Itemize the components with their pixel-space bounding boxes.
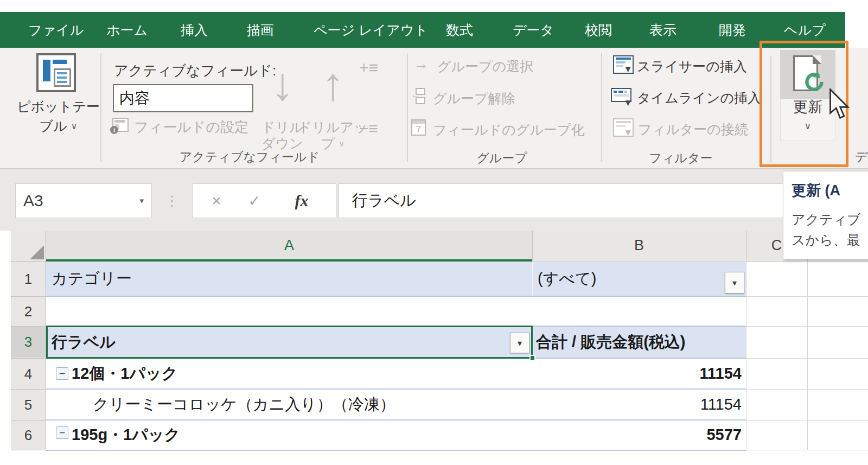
pivottable-label-line2: ブル ∨ [19,117,98,135]
name-box[interactable]: A3 ▾ [15,183,152,218]
column-header-b[interactable]: B [532,231,746,260]
tab-formulas[interactable]: 数式 [446,12,473,48]
cell-a5[interactable]: クリーミーコロッケ（カニ入り）（冷凍） [93,390,395,419]
field-settings-icon: i [112,118,129,132]
drill-down-arrow-icon: ↓ [259,52,305,114]
insert-function-icon[interactable]: fx [285,184,318,218]
tab-draw-label: 描画 [247,21,274,39]
insert-slicer-label: スライサーの挿入 [637,58,747,75]
tab-page-layout[interactable]: ページ レイアウト [314,12,428,48]
cell-b5[interactable]: 11154 [532,390,742,419]
field-settings-button: i フィールドの設定 [111,116,241,136]
group-field-calendar-icon: 7 [411,119,426,136]
group-selection-button: → グループの選択 [413,56,592,75]
tab-file-label: ファイル [28,21,84,39]
active-cell-selection [46,326,533,359]
insert-slicer-button[interactable]: ▼ スライサーの挿入 [613,55,760,76]
cell-a1[interactable]: カテゴリー [52,262,132,296]
tooltip-title: 更新 (A [792,181,840,200]
cell-a6[interactable]: 195g・1パック [72,421,180,449]
row-header-1[interactable]: 1 [11,262,46,296]
excel-window: ファイル ホーム 挿入 描画 ページ レイアウト 数式 データ 校閲 表示 開発… [0,0,868,465]
row-header-5[interactable]: 5 [11,390,46,420]
active-field-group-label: アクティブなフィールド [114,149,385,165]
tooltip-body-line2: スから、最 [792,231,860,249]
tab-developer[interactable]: 開発 [719,12,746,48]
tab-page-layout-label: ページ レイアウト [314,21,428,39]
column-header-a-label: A [46,231,532,260]
cell-b1[interactable]: (すべて) [538,262,596,296]
ungroup-label: グループ解除 [433,90,515,107]
cell-b4[interactable]: 11154 [532,359,742,388]
tab-draw[interactable]: 描画 [247,12,274,48]
formula-value: 行ラベル [352,184,416,218]
drill-down-button: ↓ ドリル ダウン [259,52,305,155]
active-field-input[interactable]: 内容 [113,84,253,112]
active-field-caption: アクティブなフィールド: [114,61,276,80]
active-field-value: 内容 [119,85,150,111]
cell-b1-filter-dropdown[interactable]: ▾ [725,272,744,294]
group-group-label: グループ [412,150,591,167]
pivottable-button[interactable]: ピボットテー ブル ∨ [30,51,87,149]
chevron-down-icon: ∨ [71,121,78,131]
tab-data-label: データ [513,21,554,39]
name-box-value: A3 [23,184,43,218]
select-all-triangle-icon [30,245,44,259]
ungroup-icon: ← [411,88,426,105]
ungroup-button: ← グループ解除 [410,87,589,107]
insert-timeline-button[interactable]: ▼ タイムラインの挿入 [611,87,768,107]
collapse-group-button-row6[interactable]: − [56,426,68,439]
group-selection-label: グループの選択 [437,58,533,75]
pivottable-label-text: ブル [40,117,67,135]
cancel-icon: × [203,184,230,218]
mouse-cursor [826,88,850,120]
pivottable-icon [36,53,76,92]
tab-help-label: ヘルプ [784,21,826,39]
group-separator [100,53,101,162]
cell-b6[interactable]: 5577 [532,421,742,449]
tab-view[interactable]: 表示 [649,12,676,48]
collapse-group-button-row4[interactable]: − [56,367,68,380]
tab-data[interactable]: データ [513,12,554,48]
filter-group-label: フィルター [613,150,749,167]
filter-connections-icon: ▼ [613,118,634,137]
drill-up-label-line1: ドリルアッ [307,118,359,136]
tab-review-label: 校閲 [585,21,612,39]
fill-handle[interactable] [529,355,535,361]
group-field-button: 7 フィールドのグループ化 [410,118,595,139]
tab-insert[interactable]: 挿入 [181,12,208,48]
group-separator [601,53,602,162]
tab-home-label: ホーム [106,21,148,39]
name-box-dropdown-icon[interactable]: ▾ [139,184,144,218]
minus-icon: − [59,368,65,379]
selected-column-underline [46,259,532,262]
row-header-4[interactable]: 4 [11,359,46,389]
filter-connections-label: フィルターの接続 [638,120,748,138]
tooltip-body-line1: アクティブ [792,211,861,228]
tab-formulas-label: 数式 [446,21,473,39]
data-group-label: デ [855,149,868,165]
cell-b3[interactable]: 合計 / 販売金額(税込) [536,327,686,358]
right-arrow-icon: → [413,55,429,73]
pivot-filter-row-bg [46,262,746,296]
tab-review[interactable]: 校閲 [585,12,612,48]
namebox-resize-dots-icon[interactable]: ⋮ [165,183,179,218]
drill-up-button: ↑ ドリルアッ プ ∨ [307,52,359,155]
group-separator [407,53,408,162]
cell-a4[interactable]: 12個・1パック [72,359,177,388]
tab-view-label: 表示 [649,21,676,39]
row-header-3[interactable]: 3 [11,327,46,358]
select-all-corner[interactable] [11,231,46,262]
refresh-tooltip: 更新 (A アクティブ スから、最 [783,171,868,259]
row-header-2[interactable]: 2 [11,297,46,326]
dropdown-icon: ▾ [732,278,737,288]
tab-file[interactable]: ファイル [28,12,84,48]
row-header-6[interactable]: 6 [11,421,46,450]
window-top-strip [0,0,868,12]
field-settings-label: フィールドの設定 [134,118,248,137]
pivottable-label-line1: ピボットテー [19,98,98,116]
tab-developer-label: 開発 [719,21,746,39]
tab-home[interactable]: ホーム [106,12,148,48]
expand-field-icon: +≡ [359,60,378,76]
group-field-label: フィールドのグループ化 [433,121,585,139]
